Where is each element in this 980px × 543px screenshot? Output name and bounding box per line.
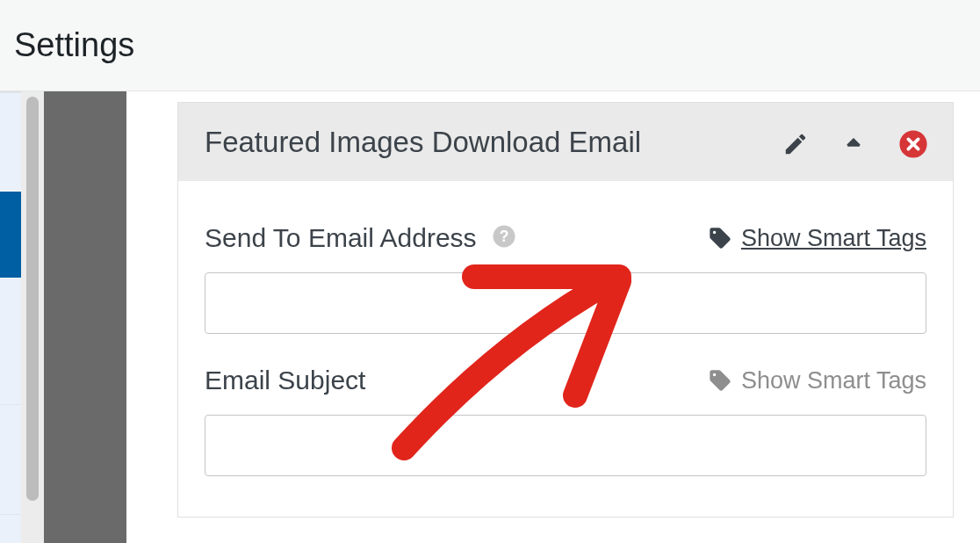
top-bar: Settings xyxy=(0,0,980,91)
question-circle-icon: ? xyxy=(491,223,517,250)
notification-panel: Featured Images Download Email xyxy=(177,102,954,518)
active-nav-indicator xyxy=(0,191,21,279)
help-icon[interactable]: ? xyxy=(491,223,517,253)
sidebar-scrollbar-thumb[interactable] xyxy=(26,97,39,501)
close-circle-icon xyxy=(898,129,928,159)
delete-button[interactable] xyxy=(898,129,928,159)
smart-tags-label: Show Smart Tags xyxy=(741,367,926,395)
subject-input[interactable] xyxy=(205,415,926,476)
send-to-label: Send To Email Address xyxy=(205,223,477,253)
sidebar-scrollbar-track[interactable] xyxy=(21,91,44,543)
panel-body: Send To Email Address ? xyxy=(178,181,953,517)
dark-gutter xyxy=(44,91,126,543)
tag-icon xyxy=(708,226,732,250)
svg-text:?: ? xyxy=(499,228,508,246)
main-row: Featured Images Download Email xyxy=(0,91,980,543)
send-to-input[interactable] xyxy=(205,272,926,334)
panel-header: Featured Images Download Email xyxy=(178,103,953,181)
show-smart-tags-subject[interactable]: Show Smart Tags xyxy=(708,367,926,395)
smart-tags-label: Show Smart Tags xyxy=(741,225,926,252)
left-nav-strip xyxy=(0,91,21,543)
show-smart-tags-send-to[interactable]: Show Smart Tags xyxy=(708,225,926,252)
field-send-to: Send To Email Address ? xyxy=(205,223,926,334)
panel-actions xyxy=(782,124,928,159)
subject-label: Email Subject xyxy=(205,366,365,395)
tag-icon xyxy=(708,368,732,393)
content-area: Featured Images Download Email xyxy=(126,91,980,543)
page-title: Settings xyxy=(14,26,134,64)
edit-button[interactable] xyxy=(782,131,809,157)
panel-title: Featured Images Download Email xyxy=(205,124,641,160)
collapse-button[interactable] xyxy=(839,129,868,159)
pencil-icon xyxy=(782,131,809,157)
chevron-up-icon xyxy=(839,129,868,159)
field-subject: Email Subject Show Smart Tags xyxy=(205,366,926,476)
